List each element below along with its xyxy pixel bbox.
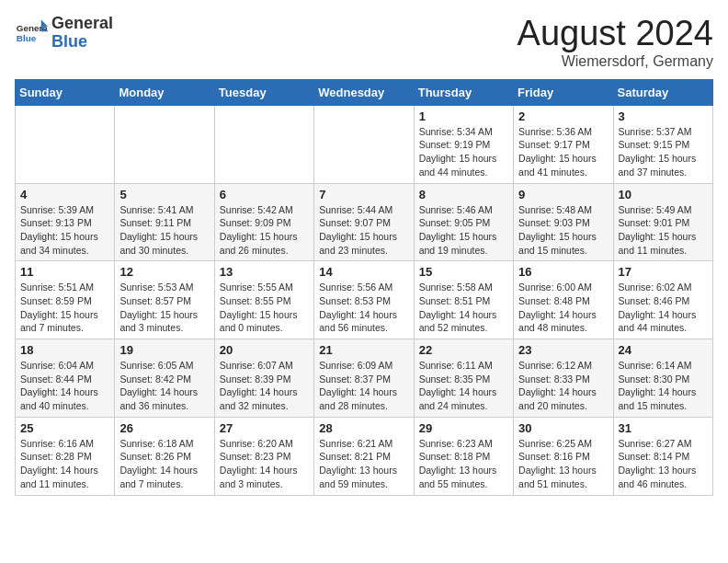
day-info: Sunrise: 5:34 AM Sunset: 9:19 PM Dayligh… bbox=[419, 125, 508, 179]
day-number: 27 bbox=[220, 421, 309, 435]
day-number: 26 bbox=[119, 421, 209, 435]
header-saturday: Saturday bbox=[613, 79, 712, 105]
day-info: Sunrise: 6:27 AM Sunset: 8:14 PM Dayligh… bbox=[619, 437, 708, 491]
day-cell: 9Sunrise: 5:48 AM Sunset: 9:03 PM Daylig… bbox=[514, 183, 613, 261]
logo-text: General Blue bbox=[51, 15, 113, 52]
day-cell: 29Sunrise: 6:23 AM Sunset: 8:18 PM Dayli… bbox=[414, 417, 513, 495]
header-tuesday: Tuesday bbox=[214, 79, 313, 105]
day-cell: 21Sunrise: 6:09 AM Sunset: 8:37 PM Dayli… bbox=[314, 339, 414, 418]
week-row-2: 4Sunrise: 5:39 AM Sunset: 9:13 PM Daylig… bbox=[16, 183, 713, 261]
week-row-3: 11Sunrise: 5:51 AM Sunset: 8:59 PM Dayli… bbox=[16, 261, 713, 339]
day-info: Sunrise: 6:00 AM Sunset: 8:48 PM Dayligh… bbox=[518, 281, 608, 335]
day-info: Sunrise: 5:49 AM Sunset: 9:01 PM Dayligh… bbox=[619, 203, 708, 258]
day-number: 19 bbox=[119, 343, 209, 357]
day-cell: 3Sunrise: 5:37 AM Sunset: 9:15 PM Daylig… bbox=[613, 105, 712, 183]
day-info: Sunrise: 6:02 AM Sunset: 8:46 PM Dayligh… bbox=[619, 281, 708, 335]
day-number: 24 bbox=[619, 343, 708, 357]
day-info: Sunrise: 6:07 AM Sunset: 8:39 PM Dayligh… bbox=[220, 359, 309, 413]
day-number: 11 bbox=[20, 265, 109, 279]
day-info: Sunrise: 6:14 AM Sunset: 8:30 PM Dayligh… bbox=[619, 359, 708, 413]
day-info: Sunrise: 5:37 AM Sunset: 9:15 PM Dayligh… bbox=[619, 125, 708, 179]
day-cell: 5Sunrise: 5:41 AM Sunset: 9:11 PM Daylig… bbox=[115, 183, 214, 261]
day-cell: 13Sunrise: 5:55 AM Sunset: 8:55 PM Dayli… bbox=[214, 261, 313, 339]
day-info: Sunrise: 5:55 AM Sunset: 8:55 PM Dayligh… bbox=[220, 281, 309, 335]
day-number: 1 bbox=[419, 109, 508, 123]
day-info: Sunrise: 6:18 AM Sunset: 8:26 PM Dayligh… bbox=[119, 437, 209, 491]
day-info: Sunrise: 5:39 AM Sunset: 9:13 PM Dayligh… bbox=[20, 203, 109, 258]
day-cell: 19Sunrise: 6:05 AM Sunset: 8:42 PM Dayli… bbox=[115, 339, 214, 418]
day-info: Sunrise: 5:58 AM Sunset: 8:51 PM Dayligh… bbox=[419, 281, 508, 335]
logo-icon: General Blue bbox=[15, 17, 48, 50]
day-number: 16 bbox=[518, 265, 608, 279]
month-title: August 2024 bbox=[518, 15, 713, 53]
day-cell: 17Sunrise: 6:02 AM Sunset: 8:46 PM Dayli… bbox=[613, 261, 712, 339]
day-cell bbox=[314, 105, 414, 183]
day-number: 30 bbox=[518, 421, 608, 435]
day-info: Sunrise: 5:48 AM Sunset: 9:03 PM Dayligh… bbox=[518, 203, 608, 258]
header-monday: Monday bbox=[115, 79, 214, 105]
day-cell: 8Sunrise: 5:46 AM Sunset: 9:05 PM Daylig… bbox=[414, 183, 513, 261]
day-number: 5 bbox=[119, 188, 209, 201]
day-info: Sunrise: 6:16 AM Sunset: 8:28 PM Dayligh… bbox=[20, 437, 109, 491]
day-number: 10 bbox=[619, 188, 708, 201]
day-number: 20 bbox=[220, 343, 309, 357]
day-number: 9 bbox=[518, 188, 608, 201]
day-info: Sunrise: 5:36 AM Sunset: 9:17 PM Dayligh… bbox=[518, 125, 608, 179]
header-wednesday: Wednesday bbox=[314, 79, 414, 105]
day-number: 8 bbox=[419, 188, 508, 201]
day-number: 12 bbox=[119, 265, 209, 279]
day-cell: 20Sunrise: 6:07 AM Sunset: 8:39 PM Dayli… bbox=[214, 339, 313, 418]
day-info: Sunrise: 5:42 AM Sunset: 9:09 PM Dayligh… bbox=[220, 203, 309, 258]
day-cell bbox=[16, 105, 115, 183]
day-cell: 10Sunrise: 5:49 AM Sunset: 9:01 PM Dayli… bbox=[613, 183, 712, 261]
day-number: 21 bbox=[319, 343, 408, 357]
header-friday: Friday bbox=[514, 79, 613, 105]
day-number: 7 bbox=[319, 188, 408, 201]
day-number: 3 bbox=[619, 109, 708, 123]
day-cell: 18Sunrise: 6:04 AM Sunset: 8:44 PM Dayli… bbox=[16, 339, 115, 418]
day-info: Sunrise: 6:23 AM Sunset: 8:18 PM Dayligh… bbox=[419, 437, 508, 491]
day-cell: 23Sunrise: 6:12 AM Sunset: 8:33 PM Dayli… bbox=[514, 339, 613, 418]
week-row-4: 18Sunrise: 6:04 AM Sunset: 8:44 PM Dayli… bbox=[16, 339, 713, 418]
day-info: Sunrise: 6:04 AM Sunset: 8:44 PM Dayligh… bbox=[20, 359, 109, 413]
day-info: Sunrise: 6:25 AM Sunset: 8:16 PM Dayligh… bbox=[518, 437, 608, 491]
day-number: 29 bbox=[419, 421, 508, 435]
day-number: 17 bbox=[619, 265, 708, 279]
header-thursday: Thursday bbox=[414, 79, 513, 105]
day-number: 31 bbox=[619, 421, 708, 435]
day-number: 6 bbox=[220, 188, 309, 201]
day-cell: 27Sunrise: 6:20 AM Sunset: 8:23 PM Dayli… bbox=[214, 417, 313, 495]
calendar-table: SundayMondayTuesdayWednesdayThursdayFrid… bbox=[15, 79, 713, 496]
day-number: 13 bbox=[220, 265, 309, 279]
day-cell: 7Sunrise: 5:44 AM Sunset: 9:07 PM Daylig… bbox=[314, 183, 414, 261]
location-title: Wiemersdorf, Germany bbox=[518, 53, 713, 70]
day-cell: 4Sunrise: 5:39 AM Sunset: 9:13 PM Daylig… bbox=[16, 183, 115, 261]
day-info: Sunrise: 5:46 AM Sunset: 9:05 PM Dayligh… bbox=[419, 203, 508, 258]
day-number: 2 bbox=[518, 109, 608, 123]
day-cell: 6Sunrise: 5:42 AM Sunset: 9:09 PM Daylig… bbox=[214, 183, 313, 261]
day-number: 18 bbox=[20, 343, 109, 357]
day-cell bbox=[115, 105, 214, 183]
header-sunday: Sunday bbox=[16, 79, 115, 105]
week-row-1: 1Sunrise: 5:34 AM Sunset: 9:19 PM Daylig… bbox=[16, 105, 713, 183]
day-info: Sunrise: 6:05 AM Sunset: 8:42 PM Dayligh… bbox=[119, 359, 209, 413]
day-number: 15 bbox=[419, 265, 508, 279]
day-cell bbox=[214, 105, 313, 183]
day-number: 25 bbox=[20, 421, 109, 435]
day-cell: 11Sunrise: 5:51 AM Sunset: 8:59 PM Dayli… bbox=[16, 261, 115, 339]
day-cell: 24Sunrise: 6:14 AM Sunset: 8:30 PM Dayli… bbox=[613, 339, 712, 418]
day-number: 28 bbox=[319, 421, 408, 435]
day-cell: 12Sunrise: 5:53 AM Sunset: 8:57 PM Dayli… bbox=[115, 261, 214, 339]
title-area: August 2024 Wiemersdorf, Germany bbox=[518, 15, 713, 70]
day-number: 23 bbox=[518, 343, 608, 357]
day-cell: 26Sunrise: 6:18 AM Sunset: 8:26 PM Dayli… bbox=[115, 417, 214, 495]
day-number: 22 bbox=[419, 343, 508, 357]
day-cell: 22Sunrise: 6:11 AM Sunset: 8:35 PM Dayli… bbox=[414, 339, 513, 418]
day-cell: 30Sunrise: 6:25 AM Sunset: 8:16 PM Dayli… bbox=[514, 417, 613, 495]
page-header: General Blue General Blue August 2024 Wi… bbox=[15, 15, 713, 70]
day-info: Sunrise: 5:53 AM Sunset: 8:57 PM Dayligh… bbox=[119, 281, 209, 335]
day-cell: 31Sunrise: 6:27 AM Sunset: 8:14 PM Dayli… bbox=[613, 417, 712, 495]
day-cell: 2Sunrise: 5:36 AM Sunset: 9:17 PM Daylig… bbox=[514, 105, 613, 183]
day-number: 4 bbox=[20, 188, 109, 201]
day-info: Sunrise: 5:41 AM Sunset: 9:11 PM Dayligh… bbox=[119, 203, 209, 258]
